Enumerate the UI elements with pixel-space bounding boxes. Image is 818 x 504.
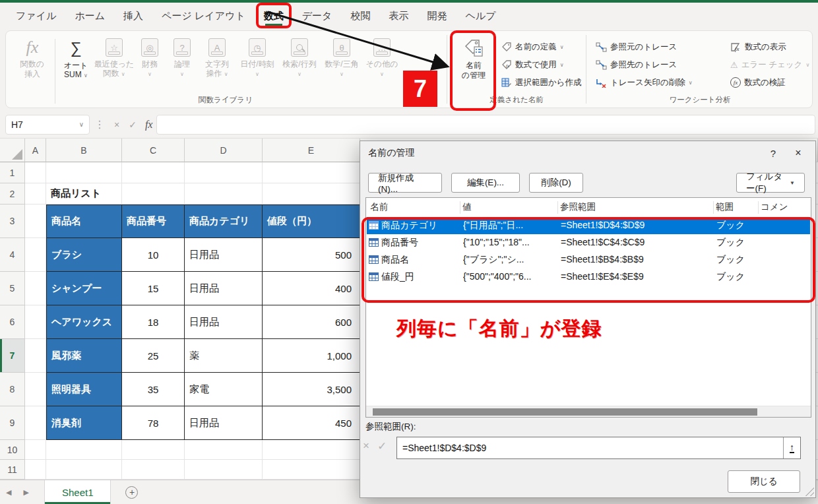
- cell[interactable]: [263, 162, 360, 183]
- cell[interactable]: [185, 460, 263, 480]
- col-scope[interactable]: 範囲: [716, 201, 734, 213]
- col-header-b[interactable]: B: [46, 139, 122, 162]
- cell-product-price[interactable]: 500: [263, 238, 360, 272]
- cell[interactable]: [25, 238, 46, 272]
- close-dialog-button[interactable]: 閉じる: [728, 470, 800, 493]
- cell[interactable]: [263, 460, 360, 480]
- tab-insert[interactable]: 挿入: [114, 3, 152, 29]
- formula-input[interactable]: [156, 115, 815, 135]
- cell[interactable]: [25, 406, 46, 440]
- remove-arrows-button[interactable]: トレース矢印の削除 ∨: [596, 76, 721, 89]
- use-in-formula-button[interactable]: fx 数式で使用 ∨: [501, 58, 582, 71]
- tab-data[interactable]: データ: [293, 3, 342, 29]
- cell-sheet-title[interactable]: 商品リスト: [46, 183, 122, 205]
- create-from-selection-button[interactable]: 選択範囲から作成: [501, 76, 582, 89]
- cell-table-header[interactable]: 商品カテゴリ: [185, 205, 263, 238]
- row-header-9[interactable]: 9: [0, 406, 25, 440]
- cell[interactable]: [122, 162, 185, 183]
- col-name[interactable]: 名前: [370, 201, 388, 213]
- row-header-10[interactable]: 10: [0, 440, 25, 460]
- name-row[interactable]: 値段_円 {"500";"400";"6... =Sheet1!$E$4:$E$…: [367, 268, 810, 286]
- cell-product-name[interactable]: 照明器具: [46, 373, 122, 406]
- cell-product-number[interactable]: 25: [122, 339, 185, 373]
- cell[interactable]: [25, 305, 46, 339]
- cell-table-header[interactable]: 商品番号: [122, 205, 185, 238]
- cell[interactable]: [263, 183, 360, 205]
- evaluate-formula-button[interactable]: fx 数式の検証: [730, 76, 809, 89]
- dialog-title-bar[interactable]: 名前の管理: [360, 141, 815, 165]
- error-checking-button[interactable]: ⚠ エラー チェック ∨: [730, 58, 809, 71]
- cell-product-number[interactable]: 10: [122, 238, 185, 272]
- cell-product-name[interactable]: シャンプー: [46, 272, 122, 305]
- insert-function-fx-icon[interactable]: fx: [141, 119, 157, 131]
- row-header-3[interactable]: 3: [0, 205, 25, 238]
- cell[interactable]: [25, 373, 46, 406]
- cell-product-price[interactable]: 1,000: [263, 339, 360, 373]
- filter-button[interactable]: フィルター(F) ▼: [736, 173, 805, 193]
- sheet-tab-sheet1[interactable]: Sheet1: [44, 480, 111, 504]
- name-row[interactable]: 商品名 {"ブラシ";"シ... =Sheet1!$B$4:$B$9 ブック: [367, 251, 810, 268]
- resize-grip[interactable]: [805, 487, 814, 496]
- row-header-2[interactable]: 2: [0, 183, 25, 205]
- row-header-7-active[interactable]: 7: [0, 339, 25, 373]
- enter-check-icon[interactable]: ✓: [124, 119, 141, 130]
- cell[interactable]: [25, 183, 46, 205]
- cell[interactable]: [25, 162, 46, 183]
- col-value[interactable]: 値: [462, 201, 472, 213]
- cell-product-price[interactable]: 400: [263, 272, 360, 305]
- row-header-4[interactable]: 4: [0, 238, 25, 272]
- col-header-d[interactable]: D: [185, 139, 263, 162]
- tab-developer[interactable]: 開発: [418, 3, 456, 29]
- delete-name-button[interactable]: 削除(D): [529, 173, 583, 193]
- cell-product-name[interactable]: 風邪薬: [46, 339, 122, 373]
- cell-table-header[interactable]: 商品名: [46, 205, 122, 238]
- cell[interactable]: [122, 460, 185, 480]
- cell-product-name[interactable]: 消臭剤: [46, 406, 122, 440]
- cell-product-number[interactable]: 15: [122, 272, 185, 305]
- cell-product-category[interactable]: 日用品: [185, 305, 263, 339]
- cancel-icon[interactable]: ×: [110, 119, 124, 130]
- select-all-corner[interactable]: [0, 139, 25, 162]
- col-header-a[interactable]: A: [25, 139, 46, 162]
- horizontal-scrollbar[interactable]: [366, 406, 811, 417]
- cell-product-price[interactable]: 3,500: [263, 373, 360, 406]
- cell[interactable]: [122, 183, 185, 205]
- cell[interactable]: [122, 440, 185, 460]
- cell[interactable]: [46, 440, 122, 460]
- cell[interactable]: [46, 460, 122, 480]
- next-sheet-icon[interactable]: ▶: [17, 488, 34, 497]
- trace-precedents-button[interactable]: 参照元のトレース: [596, 40, 721, 53]
- col-header-c[interactable]: C: [122, 139, 185, 162]
- tab-formulas[interactable]: 数式: [255, 3, 293, 29]
- row-header-8[interactable]: 8: [0, 373, 25, 406]
- collapse-dialog-icon[interactable]: ↑: [783, 437, 800, 458]
- cell-product-number[interactable]: 78: [122, 406, 185, 440]
- cell[interactable]: [263, 440, 360, 460]
- tab-review[interactable]: 校閲: [341, 3, 379, 29]
- row-header-11[interactable]: 11: [0, 460, 25, 480]
- cell-product-number[interactable]: 18: [122, 305, 185, 339]
- row-header-5[interactable]: 5: [0, 272, 25, 305]
- cell-product-number[interactable]: 35: [122, 373, 185, 406]
- prev-sheet-icon[interactable]: ◀: [0, 488, 17, 497]
- cell[interactable]: [46, 162, 122, 183]
- col-refers[interactable]: 参照範囲: [560, 201, 596, 213]
- dialog-close-icon[interactable]: ×: [789, 145, 807, 161]
- col-header-e[interactable]: E: [263, 139, 360, 162]
- name-row-selected[interactable]: 商品カテゴリ {"日用品";"日... =Sheet1!$D$4:$D$9 ブッ…: [367, 217, 810, 234]
- cell-product-price[interactable]: 600: [263, 305, 360, 339]
- cell[interactable]: [185, 183, 263, 205]
- dialog-help-icon[interactable]: ?: [764, 145, 782, 161]
- refers-to-value[interactable]: =Sheet1!$D$4:$D$9: [397, 443, 783, 453]
- new-name-button[interactable]: 新規作成(N)...: [368, 173, 442, 193]
- cell[interactable]: [25, 460, 46, 480]
- cell[interactable]: [185, 162, 263, 183]
- name-box[interactable]: H7 ∨: [5, 115, 90, 135]
- name-manager-button[interactable]: 名前の管理: [453, 35, 495, 80]
- cell[interactable]: [25, 440, 46, 460]
- refers-to-field[interactable]: =Sheet1!$D$4:$D$9 ↑: [396, 437, 801, 459]
- show-formulas-button[interactable]: fx 数式の表示: [730, 40, 809, 53]
- cell[interactable]: [25, 339, 46, 373]
- tab-view[interactable]: 表示: [379, 3, 418, 29]
- edit-name-button[interactable]: 編集(E)...: [451, 173, 520, 193]
